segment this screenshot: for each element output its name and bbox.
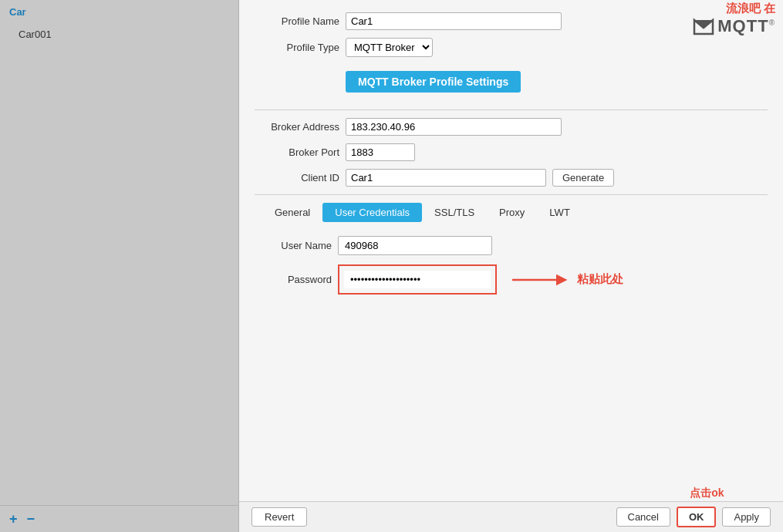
ok-annotation: 点击ok [690,487,724,500]
client-id-input[interactable] [346,169,546,187]
bottom-right: Cancel 点击ok OK Apply [616,507,771,527]
divider-2 [255,194,768,195]
profile-type-label: Profile Type [255,42,339,53]
section-header-row: MQTT Broker Profile Settings [255,65,768,102]
profile-name-label: Profile Name [255,15,339,27]
ok-btn-container: 点击ok OK [677,507,717,527]
add-profile-button[interactable]: + [9,512,18,526]
mqtt-logo-icon [693,17,714,35]
tab-proxy[interactable]: Proxy [487,203,537,222]
form-area: Profile Name Profile Type MQTT Broker MQ… [239,0,783,501]
profile-name-row: Profile Name [255,12,768,30]
remove-profile-button[interactable]: − [27,512,35,526]
tab-ssl-tls[interactable]: SSL/TLS [422,203,487,222]
revert-button[interactable]: Revert [251,507,307,527]
credentials-section: User Name Password [262,236,768,295]
cancel-button[interactable]: Cancel [616,507,670,527]
sidebar-footer: + − [0,505,238,532]
bottom-bar: Revert Cancel 点击ok OK Apply [239,501,783,532]
profile-type-select-row: MQTT Broker MQTT Client [346,38,433,57]
content-area: 流浪吧 在 MQTT® Profile Name Profile Typ [239,0,783,532]
client-id-label: Client ID [255,172,339,184]
broker-address-label: Broker Address [255,121,339,133]
apply-button[interactable]: Apply [722,507,771,527]
tab-lwt[interactable]: LWT [537,203,582,222]
annotation-text: 粘贴此处 [577,272,623,287]
profile-type-select[interactable]: MQTT Broker MQTT Client [346,38,433,57]
broker-address-row: Broker Address [255,118,768,136]
arrow-icon [509,269,571,291]
section-header-label: MQTT Broker Profile Settings [346,71,521,93]
sidebar: Car Car001 + − [0,0,239,532]
broker-port-label: Broker Port [255,146,339,158]
tab-user-credentials[interactable]: User Credentials [322,203,422,222]
sidebar-item-car001[interactable]: Car001 [0,24,238,45]
watermark: 流浪吧 在 MQTT® [693,2,775,36]
ok-button[interactable]: OK [677,507,717,527]
sidebar-header[interactable]: Car [0,0,238,24]
username-label: User Name [262,240,332,251]
svg-marker-1 [694,20,713,28]
tab-general[interactable]: General [262,203,322,222]
password-input[interactable] [344,271,491,288]
generate-button[interactable]: Generate [552,169,614,187]
divider-1 [255,109,768,110]
password-row: Password [262,264,768,295]
broker-port-input[interactable] [346,143,415,161]
broker-port-row: Broker Port [255,143,768,161]
password-label: Password [262,274,332,285]
username-input[interactable] [338,236,492,255]
tabs-row: General User Credentials SSL/TLS Proxy L… [262,203,768,222]
client-id-row: Client ID Generate [255,169,768,187]
password-wrapper [338,264,497,295]
mqtt-logo: MQTT® [693,16,775,36]
profile-type-row: Profile Type MQTT Broker MQTT Client [255,38,768,57]
watermark-text: 流浪吧 在 [726,2,775,16]
mqtt-logo-label: MQTT® [717,16,775,36]
username-row: User Name [262,236,768,255]
profile-name-input[interactable] [346,12,562,30]
broker-address-input[interactable] [346,118,562,136]
annotation-arrow: 粘贴此处 [509,269,623,291]
